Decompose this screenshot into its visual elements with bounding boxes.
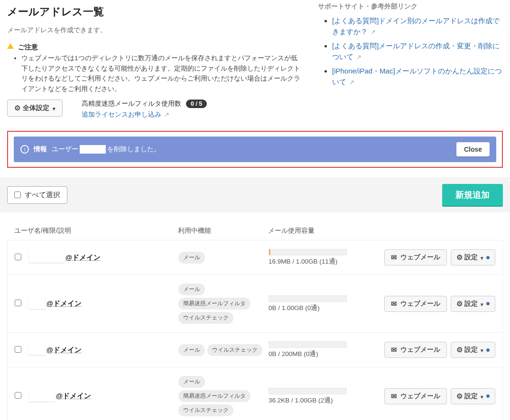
global-settings-button[interactable]: 全体設定 — [7, 100, 63, 117]
masked-username — [80, 145, 106, 154]
support-link-label: [よくある質問]ドメイン別のメールアドレスは作成できますか？ — [332, 17, 500, 36]
settings-button[interactable]: 設定 — [451, 342, 495, 358]
webmail-button[interactable]: ウェブメール — [384, 342, 447, 358]
gear-icon — [456, 346, 463, 354]
feature-chip: メール — [178, 283, 205, 295]
page-subtitle: メールアドレスを作成できます。 — [7, 26, 304, 35]
add-license-link[interactable]: 追加ライセンスお申し込み ↗ — [82, 110, 207, 119]
alert-box: i 情報 ユーザー を削除しました。 Close — [7, 131, 503, 168]
usage-text: 0B / 1.00GB (0通) — [269, 304, 361, 312]
usage-text: 36.2KB / 1.00GB (2通) — [269, 396, 361, 405]
webmail-button[interactable]: ウェブメール — [384, 249, 447, 265]
alert-label: 情報 — [34, 145, 47, 154]
select-all-label: すべて選択 — [25, 191, 60, 200]
masked-username — [29, 345, 46, 355]
close-button[interactable]: Close — [456, 142, 490, 156]
gear-icon — [14, 104, 20, 112]
user-domain[interactable]: @ドメイン — [65, 253, 101, 262]
webmail-label: ウェブメール — [400, 392, 440, 401]
info-icon: i — [20, 145, 29, 154]
chevron-down-icon — [480, 393, 483, 400]
gear-icon — [456, 300, 463, 308]
feature-chip: 簡易迷惑メールフィルタ — [178, 390, 250, 402]
filter-count-label: 高精度迷惑メールフィルタ使用数 — [82, 100, 181, 108]
row-checkbox[interactable] — [15, 392, 21, 399]
indicator-dot — [486, 394, 490, 398]
select-all-button[interactable]: すべて選択 — [7, 186, 67, 204]
new-add-button[interactable]: 新規追加 — [442, 184, 503, 206]
row-checkbox[interactable] — [15, 254, 21, 260]
th-func: 利用中機能 — [178, 227, 268, 235]
warning-icon — [7, 43, 14, 49]
settings-label: 設定 — [464, 300, 478, 308]
chevron-down-icon — [480, 300, 483, 308]
table-row: @ドメインメール簡易迷惑メールフィルタウイルスチェック36.2KB / 1.00… — [7, 367, 503, 420]
support-link-1[interactable]: [よくある質問]ドメイン別のメールアドレスは作成できますか？ ↗ — [332, 17, 500, 36]
indicator-dot — [486, 256, 490, 259]
external-link-icon: ↗ — [371, 28, 376, 36]
support-link-2[interactable]: [よくある質問]メールアドレスの作成・変更・削除について ↗ — [332, 42, 500, 61]
usage-text: 0B / 200MB (0通) — [269, 350, 361, 358]
chevron-down-icon — [480, 346, 483, 354]
mail-icon — [391, 253, 397, 262]
table-row: @ドメインメール簡易迷惑メールフィルタウイルスチェック0B / 1.00GB (… — [7, 275, 503, 333]
add-license-label: 追加ライセンスお申し込み — [82, 110, 161, 118]
gear-icon — [456, 392, 463, 401]
feature-chip: ウイルスチェック — [207, 344, 262, 356]
user-domain[interactable]: @ドメイン — [46, 299, 82, 308]
global-settings-label: 全体設定 — [23, 104, 49, 112]
caution-label: ご注意 — [18, 43, 38, 51]
caution-text: ウェブメールでは1つのディレクトリに数万通のメールを保存されますとパフォーマンス… — [21, 53, 304, 94]
gear-icon — [456, 253, 463, 262]
settings-label: 設定 — [464, 392, 478, 401]
row-checkbox[interactable] — [15, 346, 21, 353]
alert-suffix: を削除しました。 — [107, 145, 160, 154]
usage-bar — [269, 295, 347, 302]
filter-count-badge: 0 / 5 — [186, 100, 207, 108]
settings-label: 設定 — [464, 253, 478, 262]
webmail-button[interactable]: ウェブメール — [384, 388, 447, 404]
feature-chip: メール — [178, 376, 205, 388]
indicator-dot — [486, 348, 490, 352]
caution-heading: ご注意 — [7, 43, 304, 52]
usage-text: 16.9MB / 1.00GB (11通) — [269, 257, 361, 266]
external-link-icon: ↗ — [356, 54, 362, 61]
support-link-3[interactable]: [iPhone/iPad・Mac]メールソフトのかんたん設定について ↗ — [332, 67, 502, 86]
table-row: @ドメインメール16.9MB / 1.00GB (11通)ウェブメール設定 — [7, 240, 503, 275]
feature-chip: 簡易迷惑メールフィルタ — [178, 298, 250, 310]
th-usage: メール使用容量 — [268, 227, 496, 235]
user-domain[interactable]: @ドメイン — [56, 392, 91, 401]
usage-bar — [269, 249, 347, 256]
chevron-down-icon — [480, 254, 483, 261]
support-link-label: [iPhone/iPad・Mac]メールソフトのかんたん設定について — [332, 67, 502, 86]
mail-icon — [391, 392, 397, 401]
alert-prefix: ユーザー — [52, 145, 78, 154]
row-checkbox[interactable] — [15, 300, 21, 306]
masked-username — [29, 252, 65, 263]
support-links-heading: サポートサイト・参考外部リンク — [318, 2, 503, 11]
settings-button[interactable]: 設定 — [451, 249, 495, 265]
feature-chip: メール — [178, 344, 205, 356]
webmail-label: ウェブメール — [400, 346, 440, 354]
settings-button[interactable]: 設定 — [451, 388, 495, 404]
masked-username — [29, 299, 46, 309]
page-title: メールアドレス一覧 — [7, 5, 304, 19]
user-domain[interactable]: @ドメイン — [46, 346, 82, 355]
select-all-checkbox[interactable] — [14, 192, 21, 198]
indicator-dot — [486, 302, 490, 305]
settings-button[interactable]: 設定 — [451, 296, 495, 312]
usage-bar — [269, 388, 347, 394]
webmail-label: ウェブメール — [400, 300, 440, 308]
feature-chip: ウイルスチェック — [178, 312, 233, 324]
webmail-label: ウェブメール — [400, 253, 440, 262]
webmail-button[interactable]: ウェブメール — [384, 296, 447, 312]
settings-label: 設定 — [464, 346, 478, 354]
external-link-icon: ↗ — [349, 79, 354, 86]
masked-username — [29, 391, 55, 402]
th-user: ユーザ名/権限/説明 — [14, 227, 178, 235]
mail-icon — [391, 300, 397, 308]
chevron-down-icon — [52, 104, 56, 112]
usage-bar — [269, 341, 347, 348]
table-row: @ドメインメールウイルスチェック0B / 200MB (0通)ウェブメール設定 — [7, 333, 503, 367]
usage-fill — [269, 249, 270, 255]
